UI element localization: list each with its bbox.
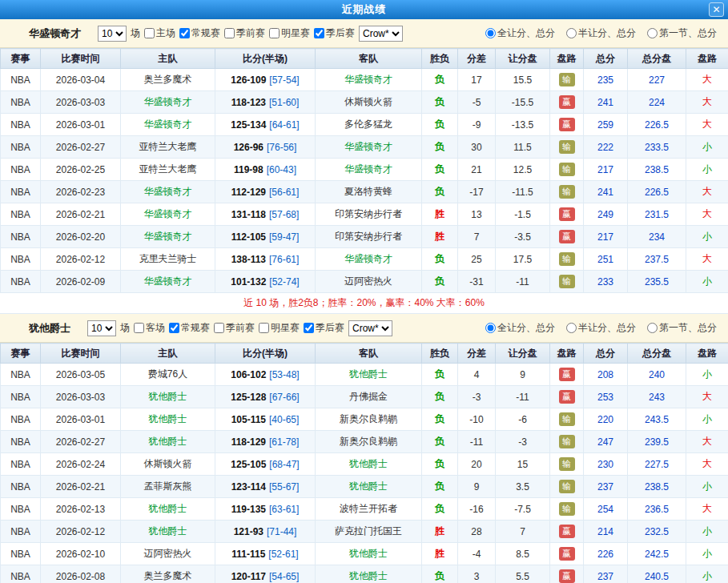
checkbox-input[interactable] bbox=[169, 323, 179, 333]
close-icon[interactable]: ✕ bbox=[709, 2, 724, 17]
checkbox-input[interactable] bbox=[224, 28, 235, 38]
checkbox-input[interactable] bbox=[269, 28, 280, 38]
total-line-cell: 227 bbox=[628, 69, 686, 91]
handicap-cell: 17.5 bbox=[496, 248, 550, 271]
halftime-score: [55-67] bbox=[269, 481, 299, 493]
score-mode-radio[interactable]: 全让分、总分 bbox=[485, 321, 555, 335]
handicap-result-badge: 赢 bbox=[559, 390, 575, 404]
date-cell: 2026-02-27 bbox=[41, 431, 121, 453]
point-diff-cell: -9 bbox=[458, 114, 496, 136]
checkbox-input[interactable] bbox=[259, 323, 269, 333]
column-header: 比赛时间 bbox=[41, 49, 121, 69]
score-cell: 131-118[57-68] bbox=[215, 203, 316, 226]
column-header: 总分盘 bbox=[628, 49, 686, 69]
score-mode-radio[interactable]: 第一节、总分 bbox=[647, 321, 717, 335]
score-mode-radio[interactable]: 半让分、总分 bbox=[566, 321, 636, 335]
filter-checkbox[interactable]: 明星赛 bbox=[259, 321, 300, 335]
total-points-cell: 237 bbox=[584, 565, 628, 583]
filter-checkbox[interactable]: 常规赛 bbox=[169, 321, 210, 335]
league-cell: NBA bbox=[1, 114, 41, 136]
filter-checkbox[interactable]: 明星赛 bbox=[269, 26, 310, 40]
radio-input[interactable] bbox=[485, 28, 496, 38]
odds-company-select[interactable]: Crow* bbox=[359, 26, 403, 42]
handicap-result-cell: 赢 bbox=[550, 364, 584, 386]
filter-checkbox[interactable]: 季后赛 bbox=[304, 321, 344, 335]
date-cell: 2026-02-13 bbox=[41, 498, 121, 521]
win-loss-cell: 胜 bbox=[422, 203, 458, 226]
filter-checkbox[interactable]: 客场 bbox=[134, 321, 165, 335]
handicap-cell: -6 bbox=[496, 408, 550, 431]
checkbox-label: 季前赛 bbox=[236, 26, 265, 40]
checkbox-label: 客场 bbox=[146, 321, 165, 335]
results-table: 赛事比赛时间主队比分(半场)客队胜负分差让分盘盘路总分总分盘盘路NBA2026-… bbox=[0, 48, 728, 293]
radio-input[interactable] bbox=[566, 28, 577, 38]
win-loss-cell: 负 bbox=[422, 364, 458, 386]
total-line-cell: 233.5 bbox=[628, 136, 686, 159]
checkbox-input[interactable] bbox=[134, 323, 144, 333]
over-under-cell: 大 bbox=[686, 431, 728, 453]
checkbox-label: 季后赛 bbox=[326, 26, 355, 40]
over-under-cell: 小 bbox=[686, 271, 728, 293]
checkbox-input[interactable] bbox=[214, 323, 224, 333]
win-loss-cell: 胜 bbox=[422, 226, 458, 248]
over-under-cell: 小 bbox=[686, 364, 728, 386]
checkbox-label: 明星赛 bbox=[281, 26, 310, 40]
team-name: 华盛顿奇才 bbox=[29, 26, 81, 41]
game-row: NBA2026-02-27犹他爵士118-129[61-78]新奥尔良鹈鹕负-1… bbox=[1, 431, 728, 453]
date-cell: 2026-02-25 bbox=[41, 159, 121, 181]
total-points-cell: 235 bbox=[584, 69, 628, 91]
handicap-cell: 7 bbox=[496, 521, 550, 543]
filter-checkbox[interactable]: 常规赛 bbox=[179, 26, 220, 40]
radio-label: 半让分、总分 bbox=[578, 26, 636, 40]
halftime-score: [52-74] bbox=[269, 276, 299, 287]
date-cell: 2026-03-04 bbox=[41, 69, 121, 91]
away-team-cell: 犹他爵士 bbox=[316, 565, 422, 583]
away-team-cell: 犹他爵士 bbox=[316, 364, 422, 386]
handicap-result-cell: 赢 bbox=[550, 91, 584, 114]
halftime-score: [67-66] bbox=[269, 392, 299, 403]
home-team-cell: 亚特兰大老鹰 bbox=[121, 159, 215, 181]
date-cell: 2026-03-01 bbox=[41, 408, 121, 431]
point-diff-cell: -10 bbox=[458, 408, 496, 431]
checkbox-input[interactable] bbox=[144, 28, 155, 38]
over-under-cell: 小 bbox=[686, 159, 728, 181]
radio-input[interactable] bbox=[647, 28, 658, 38]
filter-checkbox[interactable]: 季前赛 bbox=[214, 321, 255, 335]
score-mode-radio[interactable]: 半让分、总分 bbox=[566, 26, 636, 40]
point-diff-cell: -5 bbox=[458, 91, 496, 114]
radio-input[interactable] bbox=[485, 323, 496, 333]
over-under-cell: 小 bbox=[686, 543, 728, 565]
score-mode-radio[interactable]: 全让分、总分 bbox=[485, 26, 555, 40]
handicap-result-badge: 输 bbox=[559, 185, 575, 199]
halftime-score: [76-61] bbox=[269, 254, 299, 265]
game-row: NBA2026-02-24休斯顿火箭125-105[68-47]犹他爵士负201… bbox=[1, 453, 728, 476]
total-line-cell: 238.5 bbox=[628, 476, 686, 498]
date-cell: 2026-03-03 bbox=[41, 91, 121, 114]
checkbox-input[interactable] bbox=[179, 28, 190, 38]
filter-checkbox[interactable]: 季前赛 bbox=[224, 26, 265, 40]
game-row: NBA2026-02-21孟菲斯灰熊123-114[55-67]犹他爵士负93.… bbox=[1, 476, 728, 498]
score-mode-radio[interactable]: 第一节、总分 bbox=[647, 26, 717, 40]
game-row: NBA2026-03-01华盛顿奇才125-134[64-61]多伦多猛龙负-9… bbox=[1, 114, 728, 136]
count-suffix-label: 场 bbox=[120, 321, 130, 335]
games-count-select[interactable]: 10 bbox=[98, 26, 127, 42]
handicap-cell: -11.5 bbox=[496, 181, 550, 203]
radio-input[interactable] bbox=[566, 323, 577, 333]
filter-checkbox[interactable]: 主场 bbox=[144, 26, 175, 40]
games-count-select[interactable]: 10 bbox=[87, 320, 116, 336]
team-section: 犹他爵士10场客场常规赛季前赛明星赛季后赛Crow*全让分、总分半让分、总分第一… bbox=[0, 314, 728, 583]
checkbox-input[interactable] bbox=[304, 323, 314, 333]
date-cell: 2026-02-21 bbox=[41, 203, 121, 226]
radio-input[interactable] bbox=[647, 323, 658, 333]
score-cell: 106-102[53-48] bbox=[215, 364, 316, 386]
handicap-result-cell: 赢 bbox=[550, 203, 584, 226]
odds-company-select[interactable]: Crow* bbox=[348, 320, 392, 336]
game-row: NBA2026-02-21华盛顿奇才131-118[57-68]印第安纳步行者胜… bbox=[1, 203, 728, 226]
point-diff-cell: 7 bbox=[458, 226, 496, 248]
away-team-cell: 华盛顿奇才 bbox=[316, 136, 422, 159]
checkbox-label: 季后赛 bbox=[316, 321, 344, 335]
checkbox-input[interactable] bbox=[314, 28, 324, 38]
filter-checkbox[interactable]: 季后赛 bbox=[314, 26, 355, 40]
handicap-result-badge: 赢 bbox=[559, 118, 575, 131]
column-header: 总分 bbox=[584, 344, 628, 364]
